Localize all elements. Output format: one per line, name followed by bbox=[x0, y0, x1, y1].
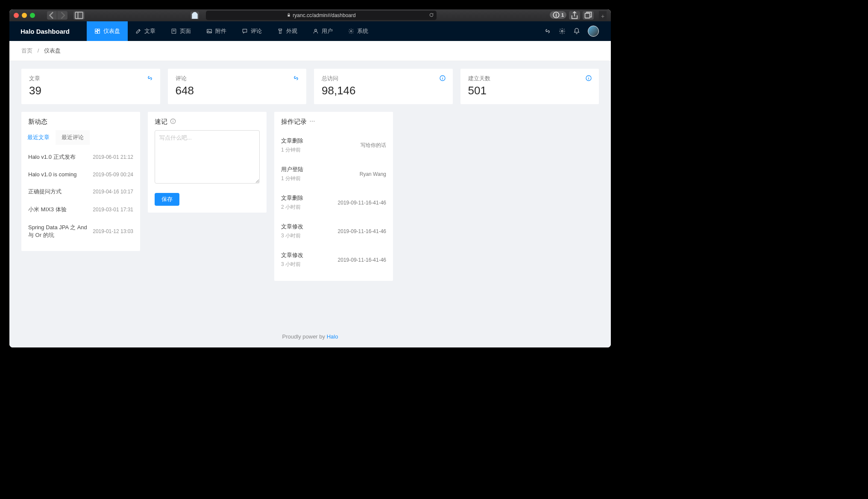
notification-icon[interactable] bbox=[573, 28, 580, 35]
list-item[interactable]: 文章修改3 小时前2019-09-11-16-41-46 bbox=[281, 245, 386, 274]
url-bar[interactable]: ryanc.cc/admin#/dashboard bbox=[206, 11, 437, 20]
avatar[interactable] bbox=[588, 26, 599, 37]
browser-forward-button[interactable] bbox=[57, 11, 67, 20]
svg-rect-5 bbox=[95, 29, 97, 31]
info-icon[interactable] bbox=[170, 118, 176, 125]
svg-point-21 bbox=[588, 77, 589, 77]
post-title: Spring Data JPA 之 And 与 Or 的坑 bbox=[28, 224, 93, 239]
list-item[interactable]: 用户登陆1 分钟前Ryan Wang bbox=[281, 160, 386, 188]
svg-point-14 bbox=[315, 29, 317, 31]
stat-card[interactable]: 评论648 bbox=[168, 69, 307, 104]
link-icon[interactable] bbox=[293, 75, 299, 82]
log-action: 文章删除 bbox=[281, 137, 303, 145]
stat-label: 总访问 bbox=[322, 75, 445, 82]
lock-icon bbox=[287, 13, 291, 18]
site-info-button[interactable] bbox=[191, 12, 199, 19]
list-item[interactable]: 文章删除2 小时前2019-09-11-16-41-46 bbox=[281, 188, 386, 217]
stat-card[interactable]: 文章39 bbox=[21, 69, 160, 104]
stat-value: 501 bbox=[468, 84, 592, 97]
stat-label: 文章 bbox=[29, 75, 152, 82]
edit-icon bbox=[135, 28, 141, 34]
svg-rect-7 bbox=[98, 31, 100, 33]
quicknote-title: 速记 bbox=[155, 118, 167, 126]
nav-item-label: 页面 bbox=[180, 27, 191, 35]
nav-item-attachment[interactable]: 附件 bbox=[199, 21, 234, 41]
share-button[interactable] bbox=[569, 11, 580, 20]
tabs-button[interactable] bbox=[583, 11, 594, 20]
dashboard-icon bbox=[94, 28, 100, 34]
nav-item-label: 附件 bbox=[215, 27, 226, 35]
tab-item[interactable]: 最近文章 bbox=[21, 130, 56, 145]
settings-icon[interactable] bbox=[559, 28, 566, 35]
log-meta: 2019-09-11-16-41-46 bbox=[338, 228, 386, 234]
system-icon bbox=[348, 28, 354, 34]
list-item[interactable]: Halo v1.0 is coming2019-05-09 00:24 bbox=[28, 166, 133, 183]
post-time: 2019-01-12 13:03 bbox=[93, 228, 133, 234]
page-icon bbox=[171, 28, 177, 34]
log-meta: 2019-09-11-16-41-46 bbox=[338, 257, 386, 263]
window-zoom-button[interactable] bbox=[30, 13, 35, 18]
breadcrumb-home[interactable]: 首页 bbox=[21, 47, 32, 54]
log-action: 用户登陆 bbox=[281, 166, 303, 173]
breadcrumb-current: 仪表盘 bbox=[44, 47, 61, 54]
tab-item[interactable]: 最近评论 bbox=[56, 130, 90, 145]
post-time: 2019-04-16 10:17 bbox=[93, 189, 133, 195]
list-item[interactable]: Spring Data JPA 之 And 与 Or 的坑2019-01-12 … bbox=[28, 219, 133, 244]
nav-item-appearance[interactable]: 外观 bbox=[270, 21, 305, 41]
link-icon[interactable] bbox=[147, 75, 153, 82]
nav-item-label: 外观 bbox=[286, 27, 297, 35]
nav-item-comment[interactable]: 评论 bbox=[234, 21, 270, 41]
list-item[interactable]: 文章修改3 小时前2019-09-11-16-41-46 bbox=[281, 217, 386, 245]
browser-titlebar: ryanc.cc/admin#/dashboard 1 + bbox=[9, 9, 611, 21]
new-tab-button[interactable]: + bbox=[599, 11, 607, 21]
nav-item-system[interactable]: 系统 bbox=[340, 21, 376, 41]
list-item[interactable]: 正确提问方式2019-04-16 10:17 bbox=[28, 183, 133, 201]
more-icon[interactable] bbox=[309, 118, 315, 125]
list-item[interactable]: Halo v1.0 正式发布2019-06-01 21:12 bbox=[28, 148, 133, 166]
post-title: Halo v1.0 正式发布 bbox=[28, 153, 93, 161]
nav-item-edit[interactable]: 文章 bbox=[128, 21, 163, 41]
app-logo[interactable]: Halo Dashboard bbox=[9, 28, 87, 35]
nav-item-dashboard[interactable]: 仪表盘 bbox=[87, 21, 128, 41]
post-time: 2019-06-01 21:12 bbox=[93, 154, 133, 160]
info-icon[interactable] bbox=[439, 75, 446, 82]
nav-item-label: 系统 bbox=[357, 27, 368, 35]
stat-label: 建立天数 bbox=[468, 75, 592, 82]
breadcrumb: 首页 / 仪表盘 bbox=[9, 41, 611, 61]
attachment-icon bbox=[206, 28, 212, 34]
reader-badge[interactable]: 1 bbox=[550, 11, 566, 19]
comment-icon bbox=[242, 28, 248, 34]
stat-value: 98,146 bbox=[322, 84, 445, 97]
log-action: 文章修改 bbox=[281, 223, 303, 231]
quicknote-panel: 速记 保存 bbox=[148, 112, 267, 213]
list-item[interactable]: 文章删除1 分钟前写给你的话 bbox=[281, 131, 386, 160]
external-link-icon[interactable] bbox=[544, 28, 551, 35]
svg-rect-2 bbox=[288, 15, 290, 16]
svg-point-18 bbox=[442, 77, 443, 77]
recent-panel-title: 新动态 bbox=[21, 112, 140, 130]
window-minimize-button[interactable] bbox=[22, 13, 27, 18]
appearance-icon bbox=[277, 28, 283, 34]
refresh-icon[interactable] bbox=[429, 12, 434, 18]
stat-card[interactable]: 总访问98,146 bbox=[314, 69, 453, 104]
browser-back-button[interactable] bbox=[47, 11, 57, 20]
window-close-button[interactable] bbox=[14, 13, 19, 18]
nav-item-user[interactable]: 用户 bbox=[305, 21, 340, 41]
logs-title: 操作记录 bbox=[281, 118, 307, 126]
footer-link[interactable]: Halo bbox=[327, 333, 338, 340]
log-time: 3 小时前 bbox=[281, 232, 303, 239]
nav-item-label: 评论 bbox=[251, 27, 262, 35]
nav-item-page[interactable]: 页面 bbox=[163, 21, 199, 41]
list-item[interactable]: 小米 MIX3 体验2019-03-01 17:31 bbox=[28, 201, 133, 219]
save-button[interactable]: 保存 bbox=[155, 193, 179, 206]
quicknote-input[interactable] bbox=[155, 130, 260, 184]
stat-card[interactable]: 建立天数501 bbox=[460, 69, 599, 104]
log-meta: 写给你的话 bbox=[361, 142, 386, 149]
post-time: 2019-05-09 00:24 bbox=[93, 172, 133, 178]
info-icon[interactable] bbox=[585, 75, 592, 82]
svg-point-26 bbox=[310, 121, 311, 122]
sidebar-toggle-button[interactable] bbox=[73, 11, 85, 20]
log-time: 1 分钟前 bbox=[281, 146, 303, 154]
svg-point-24 bbox=[173, 120, 173, 120]
svg-point-16 bbox=[561, 30, 563, 32]
